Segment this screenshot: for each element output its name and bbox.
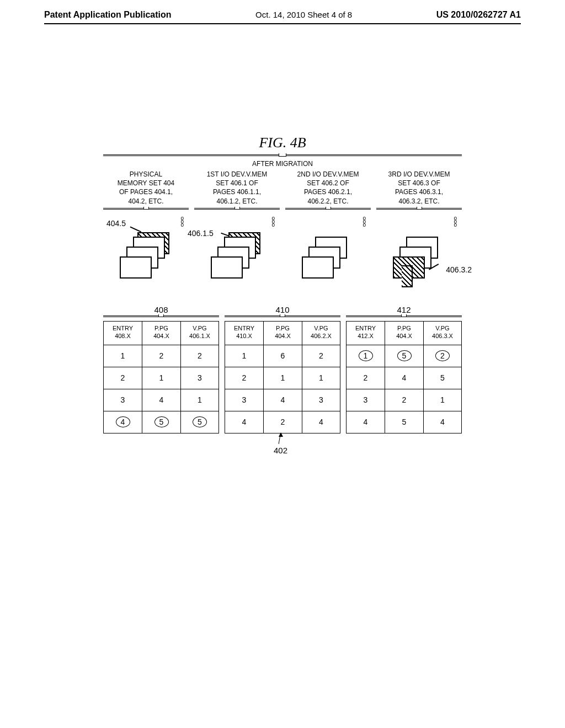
page-stacks: 404.5 o o o 406.1.5 o o o (103, 216, 462, 287)
table-header-cell: P.PG404.X (263, 321, 302, 345)
table-cell: 2 (346, 367, 385, 389)
table-cell: 4 (302, 411, 340, 433)
label-410: 410 (225, 305, 340, 314)
table-cell: 3 (346, 389, 385, 411)
col-0: PHYSICALMEMORY SET 404OF PAGES 404.1,404… (103, 170, 189, 216)
label-406-1-5: 406.1.5 (188, 229, 214, 238)
table-header-cell: P.PG404.X (385, 321, 423, 345)
header-left: Patent Application Publication (44, 10, 172, 20)
column-headers: PHYSICALMEMORY SET 404OF PAGES 404.1,404… (103, 170, 462, 216)
table-408: ENTRY408.X1234P.PG404.X2145V.PG406.1.X23… (103, 321, 219, 433)
col-1: 1ST I/O DEV.V.MEMSET 406.1 OFPAGES 406.1… (194, 170, 280, 216)
table-cell: 1 (103, 345, 142, 367)
diagram: AFTER MIGRATION PHYSICALMEMORY SET 404OF… (103, 154, 462, 458)
col-3: 3RD I/O DEV.V.MEMSET 406.3 OFPAGES 406.3… (376, 170, 462, 216)
table-cell: 1 (225, 345, 263, 367)
table-cell: 1 (302, 367, 340, 389)
table-braces (103, 315, 462, 319)
col-2: 2ND I/O DEV.V.MEMSET 406.2 OFPAGES 406.2… (285, 170, 371, 216)
table-cell: 4 (225, 411, 263, 433)
table-cell: 2 (385, 389, 423, 411)
header-rule (44, 23, 521, 24)
dots-icon: o o o (363, 217, 366, 227)
table-cell: 1 (423, 389, 462, 411)
table-cell: 2 (103, 367, 142, 389)
table-subcol: P.PG404.X5425 (385, 321, 423, 433)
table-412: ENTRY412.X1234P.PG404.X5425V.PG406.3.X25… (346, 321, 462, 433)
circled-value: 4 (116, 416, 130, 427)
stack-2: o o o (285, 216, 371, 287)
table-cell: 2 (263, 411, 302, 433)
table-cell: 4 (423, 411, 462, 433)
table-cell: 5 (385, 411, 423, 433)
table-header-cell: ENTRY412.X (346, 321, 385, 345)
table-header-cell: V.PG406.1.X (180, 321, 219, 345)
table-cell: 2 (225, 367, 263, 389)
table-cell: 4 (103, 411, 142, 433)
header-right: US 2010/0262727 A1 (436, 10, 521, 20)
table-header-cell: P.PG404.X (142, 321, 180, 345)
page-header: Patent Application Publication Oct. 14, … (0, 0, 565, 23)
circled-value: 2 (435, 350, 450, 361)
col-head-1: 1ST I/O DEV.V.MEMSET 406.1 OFPAGES 406.1… (194, 170, 280, 206)
circled-value: 5 (193, 416, 207, 427)
table-header-cell: ENTRY410.X (225, 321, 263, 345)
arrow-402: 402 (103, 433, 462, 458)
table-cell: 2 (180, 345, 219, 367)
table-cell: 1 (142, 367, 180, 389)
table-subcol: P.PG404.X2145 (142, 321, 180, 433)
figure-title: FIG. 4B (0, 135, 565, 151)
label-406-3-2: 406.3.2 (446, 265, 472, 274)
label-412: 412 (346, 305, 462, 314)
header-mid: Oct. 14, 2010 Sheet 4 of 8 (255, 10, 352, 19)
table-cell: 4 (385, 367, 423, 389)
table-subcol: V.PG406.3.X2514 (423, 321, 462, 433)
circled-value: 5 (397, 350, 412, 361)
table-cell: 1 (346, 345, 385, 367)
dots-icon: o o o (454, 217, 457, 227)
table-subcol: ENTRY410.X1234 (225, 321, 263, 433)
label-404-5: 404.5 (106, 219, 126, 228)
table-cell: 3 (103, 389, 142, 411)
col-head-3: 3RD I/O DEV.V.MEMSET 406.3 OFPAGES 406.3… (376, 170, 462, 206)
table-cell: 5 (385, 345, 423, 367)
circled-value: 1 (359, 350, 373, 361)
table-header-cell: ENTRY408.X (103, 321, 142, 345)
table-cell: 2 (142, 345, 180, 367)
table-cell: 1 (180, 389, 219, 411)
table-cell: 2 (423, 345, 462, 367)
table-cell: 3 (302, 389, 340, 411)
table-cell: 4 (142, 389, 180, 411)
tables: ENTRY408.X1234P.PG404.X2145V.PG406.1.X23… (103, 321, 462, 433)
banner-label: AFTER MIGRATION (103, 160, 462, 168)
label-408: 408 (103, 305, 219, 314)
stack-1: 406.1.5 o o o (194, 216, 280, 287)
table-cell: 4 (346, 411, 385, 433)
table-cell: 1 (263, 367, 302, 389)
table-cell: 6 (263, 345, 302, 367)
dots-icon: o o o (180, 217, 184, 227)
table-subcol: P.PG404.X6142 (263, 321, 302, 433)
table-subcol: V.PG406.2.X2134 (302, 321, 340, 433)
table-header-cell: V.PG406.3.X (423, 321, 462, 345)
table-subcol: V.PG406.1.X2315 (180, 321, 219, 433)
stack-0: 404.5 o o o (103, 216, 189, 287)
table-labels: 408 410 412 (103, 305, 462, 314)
table-cell: 5 (423, 367, 462, 389)
table-cell: 5 (180, 411, 219, 433)
table-cell: 4 (263, 389, 302, 411)
label-402: 402 (274, 446, 287, 455)
table-cell: 3 (180, 367, 219, 389)
table-header-cell: V.PG406.2.X (302, 321, 340, 345)
table-subcol: ENTRY412.X1234 (346, 321, 385, 433)
dots-icon: o o o (271, 217, 275, 227)
table-410: ENTRY410.X1234P.PG404.X6142V.PG406.2.X21… (225, 321, 340, 433)
table-cell: 5 (142, 411, 180, 433)
table-cell: 2 (302, 345, 340, 367)
col-head-2: 2ND I/O DEV.V.MEMSET 406.2 OFPAGES 406.2… (285, 170, 371, 206)
stack-3: o o o 406.3.2 (376, 216, 462, 287)
table-cell: 3 (225, 389, 263, 411)
circled-value: 5 (154, 416, 169, 427)
table-subcol: ENTRY408.X1234 (103, 321, 142, 433)
top-brace (103, 154, 462, 159)
